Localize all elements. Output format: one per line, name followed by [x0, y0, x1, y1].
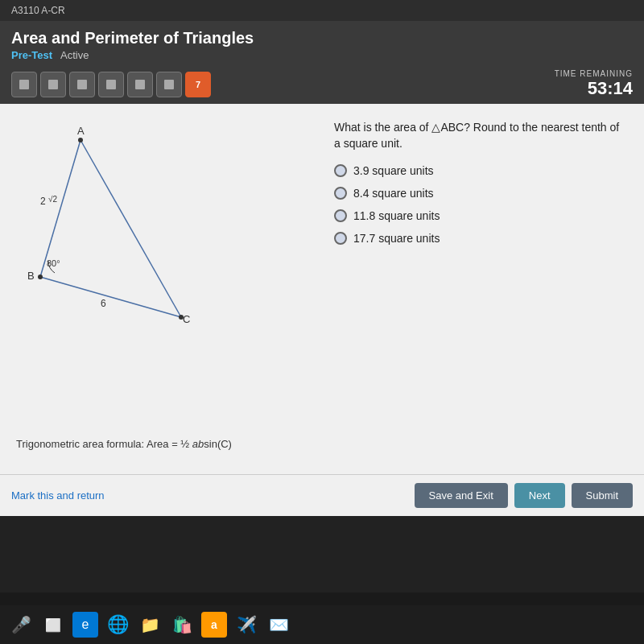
svg-line-6: [40, 140, 80, 277]
nav-btn-1[interactable]: [11, 72, 37, 97]
nav-btn-3[interactable]: [69, 72, 95, 97]
answer-option-2[interactable]: 8.4 square units: [334, 187, 628, 200]
formula: Trigonometric area formula: Area = ½ abs…: [16, 438, 232, 450]
nav-buttons: 7: [11, 72, 211, 97]
answer-section: What is the area of △ABC? Round to the n…: [326, 120, 628, 458]
answer-option-4[interactable]: 17.7 square units: [334, 232, 628, 245]
taskbar-mail-icon[interactable]: ✉️: [266, 612, 291, 638]
taskbar-taskview-icon[interactable]: ⬜: [40, 612, 66, 638]
status-label: Active: [60, 49, 89, 61]
mark-return-link[interactable]: Mark this and return: [11, 489, 105, 502]
action-buttons: Save and Exit Next Submit: [415, 483, 633, 508]
svg-line-7: [40, 277, 181, 317]
taskbar-mic-icon[interactable]: 🎤: [8, 612, 34, 638]
svg-rect-4: [135, 80, 145, 89]
answer-label-2: 8.4 square units: [353, 187, 434, 200]
nav-btn-7[interactable]: 7: [185, 72, 211, 97]
page-title: Area and Perimeter of Triangles: [11, 29, 633, 47]
time-remaining: TIME REMAINING 53:14: [555, 69, 633, 99]
question-text: What is the area of △ABC? Round to the n…: [334, 120, 628, 151]
action-bar: Mark this and return Save and Exit Next …: [0, 474, 644, 516]
question-area: A B C 2 √2 80° 6 Tr: [0, 104, 644, 474]
svg-text:C: C: [183, 313, 190, 325]
taskbar-store-icon[interactable]: 🛍️: [169, 612, 195, 638]
taskbar: 🎤 ⬜ e 🌐 📁 🛍️ a ✈️ ✉️: [0, 605, 644, 644]
answer-label-1: 3.9 square units: [353, 164, 434, 177]
nav-btn-6[interactable]: [156, 72, 182, 97]
svg-text:2: 2: [40, 196, 46, 207]
svg-rect-1: [48, 80, 58, 89]
radio-3[interactable]: [334, 209, 347, 222]
radio-1[interactable]: [334, 164, 347, 177]
time-value: 53:14: [555, 78, 633, 99]
answer-label-3: 11.8 square units: [353, 209, 440, 222]
radio-2[interactable]: [334, 187, 347, 200]
svg-text:A: A: [77, 125, 85, 137]
svg-point-18: [179, 315, 184, 320]
nav-btn-5[interactable]: [127, 72, 153, 97]
submit-button[interactable]: Submit: [572, 483, 633, 508]
course-code: A3110 A-CR: [11, 5, 65, 16]
svg-point-16: [78, 138, 83, 142]
answer-label-4: 17.7 square units: [353, 232, 440, 245]
svg-rect-2: [77, 80, 87, 89]
title-section: Area and Perimeter of Triangles Pre-Test…: [0, 21, 644, 64]
svg-text:√2: √2: [48, 195, 57, 204]
pretest-label: Pre-Test: [11, 49, 52, 61]
svg-rect-0: [19, 80, 29, 89]
svg-rect-3: [106, 80, 116, 89]
taskbar-tripadvisor-icon[interactable]: ✈️: [233, 612, 259, 638]
svg-text:6: 6: [101, 298, 106, 309]
nav-btn-2[interactable]: [40, 72, 66, 97]
taskbar-folder-icon[interactable]: 📁: [137, 612, 163, 638]
taskbar-chrome-icon[interactable]: 🌐: [105, 612, 130, 638]
nav-row: 7 TIME REMAINING 53:14: [0, 64, 644, 104]
taskbar-edge-icon[interactable]: e: [72, 612, 98, 638]
svg-text:B: B: [27, 270, 35, 282]
time-label: TIME REMAINING: [555, 69, 633, 78]
answer-option-1[interactable]: 3.9 square units: [334, 164, 628, 177]
svg-point-17: [38, 275, 43, 279]
svg-rect-5: [164, 80, 174, 89]
next-button[interactable]: Next: [514, 483, 565, 508]
save-exit-button[interactable]: Save and Exit: [415, 483, 508, 508]
formula-text: Trigonometric area formula: Area = ½ abs…: [16, 438, 232, 450]
subtitle-row: Pre-Test Active: [11, 49, 633, 61]
main-window: Area and Perimeter of Triangles Pre-Test…: [0, 21, 644, 516]
radio-4[interactable]: [334, 232, 347, 245]
answer-option-3[interactable]: 11.8 square units: [334, 209, 628, 222]
svg-line-8: [80, 140, 181, 317]
bottom-area: 🎤 ⬜ e 🌐 📁 🛍️ a ✈️ ✉️: [0, 516, 644, 592]
nav-btn-4[interactable]: [98, 72, 124, 97]
top-bar: A3110 A-CR: [0, 0, 644, 21]
taskbar-amazon-icon[interactable]: a: [201, 612, 227, 638]
triangle-section: A B C 2 √2 80° 6 Tr: [16, 120, 310, 458]
triangle-diagram: A B C 2 √2 80° 6: [16, 120, 225, 361]
